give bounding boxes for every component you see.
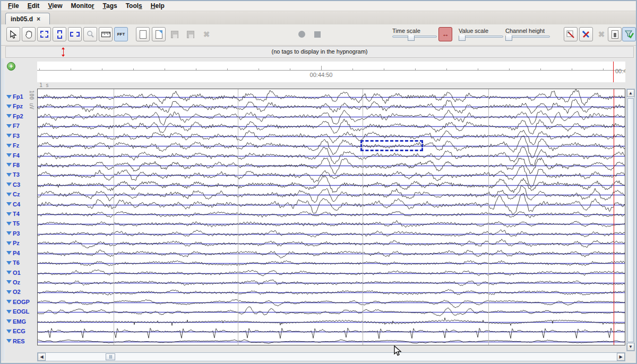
chevron-down-icon[interactable] bbox=[6, 310, 12, 314]
menu-file[interactable]: File bbox=[4, 2, 23, 10]
vertical-scrollbar[interactable]: ▲ ▼ bbox=[626, 89, 635, 351]
select-horizontal-button[interactable] bbox=[68, 27, 82, 41]
channel-label-f7[interactable]: F7 bbox=[6, 122, 20, 130]
pan-tool-button[interactable] bbox=[22, 27, 36, 41]
chevron-down-icon[interactable] bbox=[6, 319, 12, 323]
ruler-tool-button[interactable] bbox=[99, 27, 113, 41]
chevron-down-icon[interactable] bbox=[6, 251, 12, 255]
horizontal-scrollbar[interactable]: ◀ ▶ bbox=[37, 352, 625, 361]
chevron-down-icon[interactable] bbox=[6, 183, 12, 186]
scroll-down-button[interactable]: ▼ bbox=[627, 343, 634, 351]
settings-tools-button[interactable] bbox=[579, 27, 593, 41]
chevron-down-icon[interactable] bbox=[6, 173, 12, 177]
channel-label-f8[interactable]: F8 bbox=[6, 161, 20, 169]
timeline[interactable]: 00:44:50 00:4 bbox=[37, 62, 625, 82]
value-scale-track[interactable] bbox=[459, 36, 503, 38]
channel-label-f3[interactable]: F3 bbox=[6, 132, 20, 140]
channel-label-c4[interactable]: C4 bbox=[6, 200, 20, 209]
chevron-down-icon[interactable] bbox=[6, 134, 12, 137]
chevron-down-icon[interactable] bbox=[6, 280, 12, 284]
edit-montage-button[interactable] bbox=[564, 27, 578, 41]
channel-label-o2[interactable]: O2 bbox=[6, 288, 21, 296]
report-button[interactable] bbox=[608, 27, 622, 41]
new-button[interactable] bbox=[136, 27, 150, 41]
chevron-down-icon[interactable] bbox=[6, 153, 12, 157]
chevron-down-icon[interactable] bbox=[6, 290, 12, 294]
signal-plot[interactable] bbox=[37, 89, 625, 345]
chevron-down-icon[interactable] bbox=[6, 339, 12, 343]
channel-label-ecg[interactable]: ECG bbox=[6, 327, 25, 335]
channel-label-o1[interactable]: O1 bbox=[6, 268, 21, 277]
chevron-down-icon[interactable] bbox=[6, 202, 12, 206]
channel-label-fp2[interactable]: Fp2 bbox=[6, 112, 23, 120]
channel-label-t4[interactable]: T4 bbox=[6, 210, 20, 218]
chevron-down-icon[interactable] bbox=[6, 330, 12, 333]
chevron-down-icon[interactable] bbox=[6, 300, 12, 304]
chevron-down-icon[interactable] bbox=[6, 114, 12, 118]
scroll-right-button[interactable]: ▶ bbox=[617, 353, 625, 361]
zoom-tool-button[interactable] bbox=[83, 27, 97, 41]
channel-label-t3[interactable]: T3 bbox=[6, 170, 20, 179]
channel-label-pz[interactable]: Pz bbox=[6, 239, 20, 247]
chevron-down-icon[interactable] bbox=[6, 105, 12, 108]
channel-label-f4[interactable]: F4 bbox=[6, 151, 20, 160]
hypnogram-strip[interactable]: (no tags to display in the hypnogram) bbox=[5, 46, 634, 58]
channel-height-track[interactable] bbox=[505, 36, 550, 38]
chevron-down-icon[interactable] bbox=[6, 241, 12, 245]
open-button[interactable] bbox=[152, 27, 166, 41]
chevron-down-icon[interactable] bbox=[6, 222, 12, 226]
plot-time-cursor[interactable] bbox=[614, 89, 614, 345]
menu-tools[interactable]: Tools bbox=[122, 2, 146, 10]
horizontal-scrollbar-thumb[interactable] bbox=[106, 353, 115, 360]
filter-button[interactable] bbox=[622, 27, 636, 41]
chevron-down-icon[interactable] bbox=[6, 271, 12, 274]
select-vertical-button[interactable] bbox=[53, 27, 66, 41]
left-splitter[interactable] bbox=[1, 58, 5, 361]
chevron-down-icon[interactable] bbox=[6, 261, 12, 265]
channel-label-t6[interactable]: T6 bbox=[6, 258, 20, 267]
chevron-down-icon[interactable] bbox=[6, 212, 12, 216]
channel-height-thumb[interactable] bbox=[505, 33, 512, 41]
fit-time-button[interactable]: ↔ bbox=[438, 27, 452, 41]
timeline-cursor[interactable] bbox=[613, 62, 614, 82]
chevron-down-icon[interactable] bbox=[6, 144, 12, 148]
channel-label-eogp[interactable]: EOGP bbox=[6, 298, 30, 306]
chevron-down-icon[interactable] bbox=[6, 95, 12, 99]
scroll-left-button[interactable]: ◀ bbox=[38, 353, 46, 361]
channel-label-fz[interactable]: Fz bbox=[6, 141, 19, 150]
chevron-down-icon[interactable] bbox=[6, 231, 12, 235]
hypnogram-cursor[interactable] bbox=[63, 47, 64, 57]
chevron-down-icon[interactable] bbox=[6, 193, 12, 196]
channel-label-eogl[interactable]: EOGL bbox=[6, 307, 29, 316]
time-scale-thumb[interactable] bbox=[408, 33, 415, 41]
channel-label-c3[interactable]: C3 bbox=[6, 180, 20, 189]
vertical-scrollbar-thumb[interactable] bbox=[627, 98, 634, 342]
fft-tool-button[interactable]: FFT bbox=[114, 27, 128, 41]
channel-label-fpz[interactable]: Fpz bbox=[6, 102, 23, 110]
chevron-down-icon[interactable] bbox=[6, 124, 12, 128]
channel-label-res[interactable]: RES bbox=[6, 337, 25, 345]
tab-close-icon[interactable]: × bbox=[37, 16, 40, 22]
channel-label-cz[interactable]: Cz bbox=[6, 190, 20, 198]
channel-label-p3[interactable]: P3 bbox=[6, 229, 20, 238]
channel-label-emg[interactable]: EMG bbox=[6, 317, 26, 326]
channel-label-p4[interactable]: P4 bbox=[6, 249, 20, 257]
time-scale-track[interactable] bbox=[392, 36, 437, 38]
menu-help[interactable]: Help bbox=[147, 2, 168, 10]
menu-monitor[interactable]: Monitor bbox=[67, 2, 98, 10]
chevron-down-icon[interactable] bbox=[6, 163, 12, 167]
value-scale-thumb[interactable] bbox=[459, 33, 466, 41]
timeline-minor-tick bbox=[196, 68, 196, 71]
menu-edit[interactable]: Edit bbox=[24, 2, 44, 10]
pointer-tool-button[interactable] bbox=[6, 27, 20, 41]
menu-tags[interactable]: Tags bbox=[99, 2, 121, 10]
menu-view[interactable]: View bbox=[44, 2, 66, 10]
select-rectangle-button[interactable] bbox=[37, 27, 51, 41]
selection-rectangle[interactable] bbox=[360, 140, 423, 151]
add-channel-button[interactable]: + bbox=[7, 62, 15, 71]
scroll-up-button[interactable]: ▲ bbox=[627, 89, 634, 97]
channel-label-t5[interactable]: T5 bbox=[6, 219, 20, 228]
channel-label-oz[interactable]: Oz bbox=[6, 278, 20, 287]
channel-label-fp1[interactable]: Fp1 bbox=[6, 92, 23, 101]
tab-inb05[interactable]: inb05.d × bbox=[5, 13, 50, 24]
